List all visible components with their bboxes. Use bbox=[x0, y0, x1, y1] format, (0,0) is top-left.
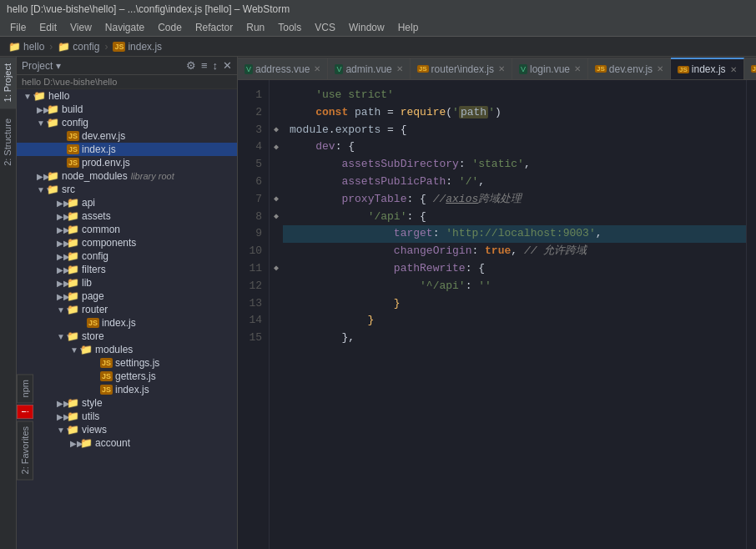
titlebar: hello [D:\vue-bishe\hello] – ...\config\… bbox=[0, 0, 756, 18]
vue-file-icon: V bbox=[335, 64, 343, 74]
code-line-6: assetsPublicPath: '/', bbox=[283, 174, 746, 191]
tree-action-settings[interactable]: ⚙ bbox=[186, 59, 196, 72]
js-file-icon: JS bbox=[417, 65, 429, 73]
tree-item-modules[interactable]: ▼ 📁 modules bbox=[17, 343, 237, 356]
npm-side-label[interactable]: npm bbox=[17, 374, 33, 403]
tree-item[interactable]: JS prod.env.js bbox=[17, 156, 237, 169]
tree-item-indexjs[interactable]: JS index.js bbox=[17, 143, 237, 156]
fold-arrow[interactable]: ◆ bbox=[270, 209, 283, 226]
fold-arrow[interactable]: ◆ bbox=[270, 122, 283, 139]
tree-item[interactable]: ▶ 📁 assets bbox=[17, 209, 237, 223]
js-file-icon: JS bbox=[595, 65, 607, 73]
folder-icon: 📁 bbox=[58, 41, 70, 53]
menu-window[interactable]: Window bbox=[342, 20, 391, 35]
tree-action-collapse[interactable]: ≡ bbox=[201, 59, 208, 72]
tree-item[interactable]: ▼ 📁 config bbox=[17, 116, 237, 129]
code-editor[interactable]: 1 2 3 4 5 6 7 8 9 10 11 12 13 14 15 ◆ bbox=[238, 80, 756, 549]
js-file-icon: JS bbox=[678, 66, 689, 73]
code-line-15: }, bbox=[283, 330, 746, 347]
menu-tools[interactable]: Tools bbox=[271, 20, 308, 35]
tree-action-close[interactable]: ✕ bbox=[223, 59, 232, 72]
tab-close[interactable]: ✕ bbox=[396, 64, 403, 73]
vue-file-icon: V bbox=[244, 64, 253, 74]
tab-close[interactable]: ✕ bbox=[657, 64, 663, 73]
title-text: hello [D:\vue-bishe\hello] – ...\config\… bbox=[7, 3, 290, 15]
tab-close[interactable]: ✕ bbox=[314, 64, 320, 73]
code-line-1: 'use strict' bbox=[283, 87, 746, 104]
fold-arrow[interactable]: ◆ bbox=[270, 260, 283, 278]
tree-item-store[interactable]: ▼ 📁 store bbox=[17, 330, 237, 343]
menu-refactor[interactable]: Refactor bbox=[189, 20, 239, 35]
tree-item[interactable]: JS getters.js bbox=[17, 370, 237, 383]
side-tab-structure[interactable]: 2: Structure bbox=[0, 112, 16, 173]
js-file-icon: JS bbox=[751, 65, 756, 73]
fold-arrow[interactable]: ◆ bbox=[270, 191, 283, 209]
folder-icon: 📁 bbox=[8, 41, 21, 53]
favorites-side-label[interactable]: ! bbox=[17, 405, 33, 419]
tree-item[interactable]: ▶ 📁 utils bbox=[17, 410, 237, 423]
code-gutter: ◆ ◆ ◆ ◆ ◆ bbox=[270, 80, 283, 549]
menu-view[interactable]: View bbox=[63, 20, 98, 35]
tree-action-expand[interactable]: ↕ bbox=[213, 59, 219, 72]
tree-item[interactable]: ▶ 📁 common bbox=[17, 223, 237, 236]
tab-admin-vue[interactable]: V admin.vue ✕ bbox=[328, 58, 410, 79]
tree-item[interactable]: ▶ 📁 page bbox=[17, 290, 237, 303]
fold-arrow[interactable]: ◆ bbox=[270, 139, 283, 156]
tree-item-account[interactable]: ▶ 📁 account bbox=[17, 436, 237, 450]
tab-settings[interactable]: JS settin... ✕ bbox=[744, 58, 756, 79]
tree-item[interactable]: JS settings.js bbox=[17, 356, 237, 370]
side-panel-tabs: 1: Project 2: Structure bbox=[0, 57, 17, 549]
tab-index-js-active[interactable]: JS index.js ✕ bbox=[671, 58, 743, 79]
tree-item-node-modules[interactable]: ▶ 📁 node_modules library root bbox=[17, 169, 237, 183]
menu-help[interactable]: Help bbox=[391, 20, 426, 35]
project-dropdown[interactable]: Project ▾ bbox=[22, 60, 61, 72]
tab-close[interactable]: ✕ bbox=[730, 65, 737, 74]
tree-item[interactable]: ▶ 📁 filters bbox=[17, 263, 237, 276]
menu-run[interactable]: Run bbox=[239, 20, 271, 35]
menu-file[interactable]: File bbox=[3, 20, 33, 35]
menu-edit[interactable]: Edit bbox=[33, 20, 63, 35]
tab-close[interactable]: ✕ bbox=[498, 64, 505, 73]
code-line-5: assetsSubDirectory: 'static', bbox=[283, 156, 746, 174]
breadcrumb-hello[interactable]: 📁 hello bbox=[5, 41, 48, 53]
breadcrumb-indexjs[interactable]: JS index.js bbox=[109, 41, 165, 53]
tree-header: Project ▾ ⚙ ≡ ↕ ✕ bbox=[17, 57, 237, 75]
tree-item[interactable]: ▶ 📁 build bbox=[17, 103, 237, 116]
tree-item[interactable]: JS index.js bbox=[17, 383, 237, 396]
js-file-icon: JS bbox=[113, 42, 125, 52]
tree-item[interactable]: ▶ 📁 config bbox=[17, 249, 237, 263]
tree-item[interactable]: ▶ 📁 lib bbox=[17, 276, 237, 290]
tree-item[interactable]: JS index.js bbox=[17, 316, 237, 330]
code-content[interactable]: 'use strict' const path = require('path'… bbox=[283, 80, 746, 549]
tree-item[interactable]: ▼ 📁 hello bbox=[17, 89, 237, 103]
tree-item[interactable]: JS dev.env.js bbox=[17, 129, 237, 143]
code-line-10: changeOrigin: true, // 允许跨域 bbox=[283, 243, 746, 260]
tree-item-router[interactable]: ▼ 📁 router bbox=[17, 303, 237, 316]
favorites-label[interactable]: 2: Favorites bbox=[17, 421, 33, 480]
breadcrumb-config[interactable]: 📁 config bbox=[54, 41, 103, 53]
tab-dev-env-js[interactable]: JS dev.env.js ✕ bbox=[588, 58, 671, 79]
tab-address-vue[interactable]: V address.vue ✕ bbox=[238, 58, 328, 79]
editor-tabs: V address.vue ✕ V admin.vue ✕ JS router\… bbox=[238, 57, 756, 80]
code-line-9: target: 'http://localhost:9003', bbox=[283, 225, 746, 243]
side-tab-project[interactable]: 1: Project bbox=[0, 57, 16, 108]
tree-item[interactable]: ▶ 📁 components bbox=[17, 236, 237, 249]
tree-item[interactable]: ▶ 📁 style bbox=[17, 396, 237, 410]
vue-file-icon: V bbox=[519, 64, 527, 74]
tab-login-vue[interactable]: V login.vue ✕ bbox=[512, 58, 588, 79]
menu-code[interactable]: Code bbox=[151, 20, 189, 35]
tree-item-views[interactable]: ▼ 📁 views bbox=[17, 423, 237, 436]
editor-area: V address.vue ✕ V admin.vue ✕ JS router\… bbox=[238, 57, 756, 549]
vertical-scrollbar[interactable] bbox=[746, 80, 756, 549]
code-line-4: dev: { bbox=[283, 139, 746, 156]
tab-router-indexjs[interactable]: JS router\index.js ✕ bbox=[411, 58, 512, 79]
menubar: File Edit View Navigate Code Refactor Ru… bbox=[0, 18, 756, 37]
tree-item[interactable]: ▶ 📁 api bbox=[17, 196, 237, 209]
menu-navigate[interactable]: Navigate bbox=[98, 20, 151, 35]
code-line-11: pathRewrite: { bbox=[283, 260, 746, 278]
code-line-14: } bbox=[283, 312, 746, 330]
tab-close[interactable]: ✕ bbox=[574, 64, 581, 73]
menu-vcs[interactable]: VCS bbox=[308, 20, 342, 35]
main-layout: 1: Project 2: Structure Project ▾ ⚙ ≡ ↕ … bbox=[0, 57, 756, 549]
tree-item-src[interactable]: ▼ 📁 src bbox=[17, 183, 237, 196]
